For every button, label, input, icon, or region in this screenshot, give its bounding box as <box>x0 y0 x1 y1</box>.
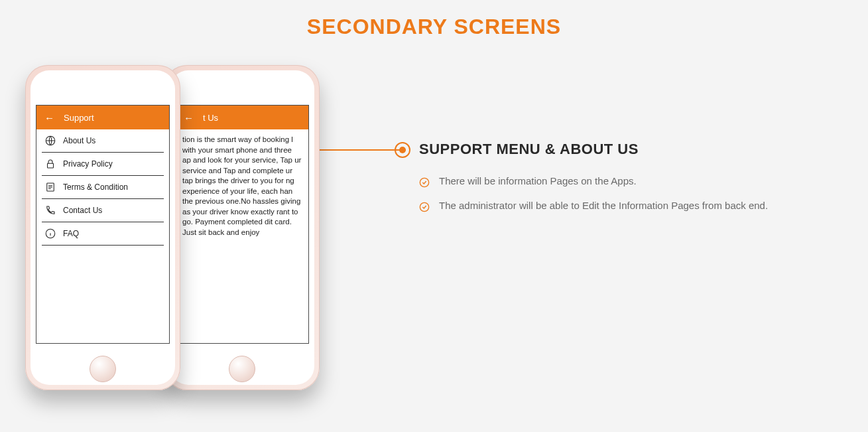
menu-item-faq[interactable]: FAQ <box>42 222 164 246</box>
appbar-title: t Us <box>203 113 218 123</box>
appbar-title: Support <box>64 113 94 123</box>
phone-support-menu: ← Support About Us Privacy Policy Terms … <box>25 65 180 390</box>
appbar-support: ← Support <box>36 106 169 129</box>
connector-dot-icon <box>395 142 410 158</box>
bullet-text: The administrator will be able to Edit t… <box>439 200 768 211</box>
page-title: SECONDARY SCREENS <box>0 0 868 39</box>
menu-item-terms[interactable]: Terms & Condition <box>42 176 164 199</box>
description-panel: SUPPORT MENU & ABOUT US There will be in… <box>419 141 768 224</box>
lock-icon <box>44 158 56 170</box>
svg-point-4 <box>420 178 428 186</box>
connector-line <box>310 149 406 151</box>
support-menu-list: About Us Privacy Policy Terms & Conditio… <box>36 129 169 246</box>
svg-rect-1 <box>48 163 54 168</box>
phone-mockups: ← t Us tion is the smart way of booking … <box>25 65 317 423</box>
menu-item-label: Privacy Policy <box>63 159 113 169</box>
document-icon <box>44 181 56 193</box>
bullet-item: There will be information Pages on the A… <box>419 175 768 188</box>
info-icon <box>44 228 56 240</box>
back-arrow-icon[interactable]: ← <box>184 112 194 123</box>
menu-item-contact-us[interactable]: Contact Us <box>42 199 164 222</box>
home-button[interactable] <box>229 356 255 382</box>
check-circle-icon <box>419 202 430 212</box>
menu-item-privacy-policy[interactable]: Privacy Policy <box>42 153 164 176</box>
back-arrow-icon[interactable]: ← <box>44 112 54 123</box>
menu-item-label: Terms & Condition <box>63 182 128 192</box>
svg-point-5 <box>420 202 428 211</box>
appbar-about-us: ← t Us <box>176 106 308 129</box>
home-button[interactable] <box>90 356 116 382</box>
menu-item-about-us[interactable]: About Us <box>42 129 164 153</box>
bullet-text: There will be information Pages on the A… <box>439 175 637 186</box>
menu-item-label: About Us <box>63 136 95 145</box>
section-heading: SUPPORT MENU & ABOUT US <box>419 141 768 158</box>
check-circle-icon <box>419 177 430 188</box>
about-us-content: tion is the smart way of booking l with … <box>176 129 308 243</box>
menu-item-label: Contact Us <box>63 206 102 215</box>
menu-item-label: FAQ <box>63 229 79 238</box>
globe-icon <box>44 135 56 147</box>
bullet-item: The administrator will be able to Edit t… <box>419 200 768 212</box>
phone-about-us: ← t Us tion is the smart way of booking … <box>164 65 320 390</box>
phone-icon <box>44 204 56 216</box>
